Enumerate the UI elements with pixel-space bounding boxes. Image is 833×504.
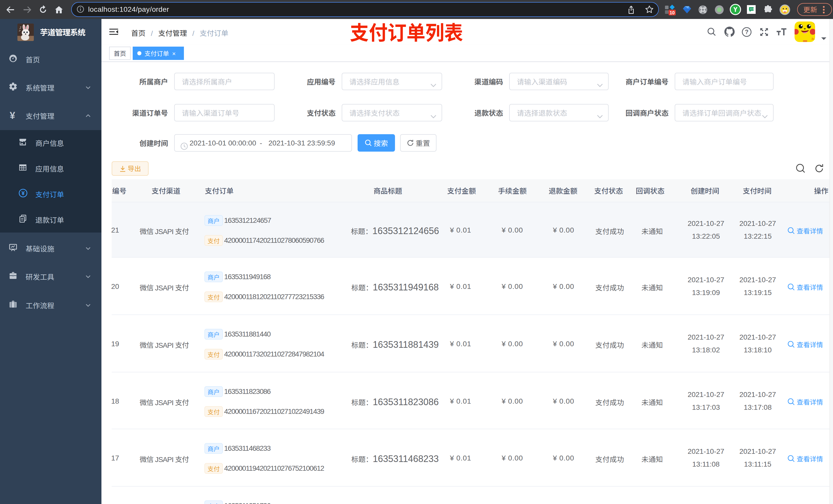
svg-text:¥: ¥ bbox=[22, 190, 25, 196]
svg-text:10: 10 bbox=[670, 10, 675, 15]
svg-text:?: ? bbox=[745, 28, 748, 35]
